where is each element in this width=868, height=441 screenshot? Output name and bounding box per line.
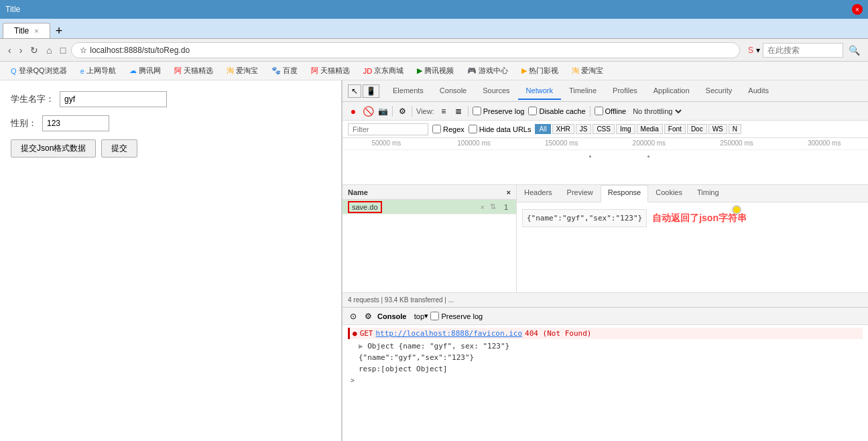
record-button[interactable]: ● xyxy=(348,106,359,117)
nav-icon: e xyxy=(80,67,84,75)
bookmark-item[interactable]: ▶ 热门影视 xyxy=(516,64,564,77)
bookmark-item[interactable]: 阿 天猫精选 xyxy=(169,64,219,77)
tab-headers[interactable]: Headers xyxy=(517,185,560,202)
filter-n-button[interactable]: N xyxy=(729,124,741,134)
bookmark-item[interactable]: 阿 天猫精选 xyxy=(306,64,355,77)
devtools-pointer-icon[interactable]: ↖ xyxy=(348,84,361,98)
timeline-mark-6: 300000 ms xyxy=(780,139,868,148)
bookmark-item[interactable]: JD 京东商城 xyxy=(358,64,409,77)
throttling-select[interactable]: No throttling xyxy=(630,107,684,116)
back-button[interactable]: ‹ xyxy=(5,44,14,57)
clear-button[interactable]: 🚫 xyxy=(363,106,373,117)
forward-button[interactable]: › xyxy=(17,44,25,57)
console-toolbar: ⊙ ⚙ Console top ▾ Preserve log xyxy=(343,308,868,325)
json-text: {"name":"gyf","sex":"123"} xyxy=(359,353,474,362)
bookmark-item[interactable]: Q 登录QQ浏览器 xyxy=(5,64,72,77)
submit-json-button[interactable]: 提交Json格式数据 xyxy=(11,139,96,158)
filter-ws-button[interactable]: WS xyxy=(708,124,727,134)
offline-label[interactable]: Offline xyxy=(595,107,627,115)
console-content: ● GET http://localhost:8888/favicon.ico … xyxy=(343,325,868,441)
sex-input[interactable] xyxy=(42,115,109,131)
filter-font-button[interactable]: Font xyxy=(664,124,686,134)
table-row[interactable]: save.do × ⇅ 1 xyxy=(343,200,516,214)
tab-application[interactable]: Application xyxy=(645,82,698,100)
filter-xhr-button[interactable]: XHR xyxy=(552,124,574,134)
tab-network[interactable]: Network xyxy=(518,82,561,100)
tab-response[interactable]: Response xyxy=(601,185,649,202)
timeline-mark-3: 150000 ms xyxy=(517,139,605,148)
bookmark-item[interactable]: 🐾 百度 xyxy=(266,64,303,77)
submit-button[interactable]: 提交 xyxy=(101,139,137,158)
offline-checkbox[interactable] xyxy=(595,107,603,115)
new-tab-button[interactable]: + xyxy=(50,24,68,38)
filter-input[interactable] xyxy=(348,123,428,135)
home-button[interactable]: ⌂ xyxy=(44,44,54,57)
tab-console[interactable]: Console xyxy=(432,82,475,100)
devtools-phone-icon[interactable]: 📱 xyxy=(363,84,379,98)
view-list-button[interactable]: ≡ xyxy=(438,106,449,117)
console-clear-button[interactable]: ⊙ xyxy=(348,311,359,322)
filter-css-button[interactable]: CSS xyxy=(593,124,615,134)
preserve-log-label[interactable]: Preserve log xyxy=(473,107,525,115)
tab-timeline[interactable]: Timeline xyxy=(561,82,605,100)
request-sort-icon[interactable]: ⇅ xyxy=(490,202,496,211)
bookmark-item[interactable]: 淘 爱淘宝 xyxy=(221,64,263,77)
disable-cache-checkbox[interactable] xyxy=(528,107,537,115)
expand-icon[interactable]: ▶ xyxy=(359,342,363,351)
preserve-log-checkbox[interactable] xyxy=(473,107,481,115)
filter-all-button[interactable]: All xyxy=(535,124,550,134)
camera-button[interactable]: 📷 xyxy=(377,106,388,117)
filter-js-button[interactable]: JS xyxy=(576,124,592,134)
console-prompt: > xyxy=(348,375,863,386)
screenshot-button[interactable]: □ xyxy=(58,44,68,57)
bookmark-item[interactable]: 🎮 游戏中心 xyxy=(462,64,513,77)
console-preserve-log-checkbox[interactable] xyxy=(430,312,439,320)
console-preserve-log-label[interactable]: Preserve log xyxy=(430,312,483,320)
filter-img-button[interactable]: Img xyxy=(616,124,635,134)
console-top-select[interactable]: top ▾ xyxy=(416,311,426,322)
name-input[interactable] xyxy=(60,91,167,107)
search-button[interactable]: 🔍 xyxy=(846,44,863,57)
regex-label[interactable]: Regex xyxy=(432,125,464,133)
tab-preview[interactable]: Preview xyxy=(560,185,601,202)
regex-checkbox[interactable] xyxy=(432,125,441,133)
title-bar: Title × xyxy=(0,0,868,19)
tab-audits[interactable]: Audits xyxy=(740,82,777,100)
view-label: View: xyxy=(416,107,434,115)
view-waterfall-button[interactable]: ≣ xyxy=(453,106,464,117)
filter-media-button[interactable]: Media xyxy=(637,124,663,134)
bookmark-item[interactable]: ☁ 腾讯网 xyxy=(124,64,166,77)
browser-tab[interactable]: Title × xyxy=(3,23,50,38)
tab-close-icon[interactable]: × xyxy=(34,27,38,35)
tab-sources[interactable]: Sources xyxy=(475,82,517,100)
disable-cache-label[interactable]: Disable cache xyxy=(528,107,585,115)
cursor-dot xyxy=(732,205,741,214)
taobao-icon: 淘 xyxy=(227,66,234,76)
timeline-ruler: 50000 ms 100000 ms 150000 ms 200000 ms 2… xyxy=(343,138,868,150)
close-button[interactable]: × xyxy=(852,4,863,15)
address-bar[interactable]: ☆ localhost:8888/stu/toReg.do xyxy=(71,42,740,58)
tab-cookies[interactable]: Cookies xyxy=(648,185,690,202)
hide-data-urls-label[interactable]: Hide data URLs xyxy=(469,125,532,133)
bookmark-item[interactable]: 淘 爱淘宝 xyxy=(566,64,609,77)
search-input[interactable] xyxy=(763,43,843,58)
console-filter-button[interactable]: ⚙ xyxy=(363,311,373,322)
reload-button[interactable]: ↻ xyxy=(27,44,41,57)
filter-button[interactable]: ⚙ xyxy=(397,106,408,117)
bookmark-item[interactable]: ▶ 腾讯视频 xyxy=(412,64,459,77)
sex-label: 性别： xyxy=(11,117,37,129)
request-close-btn[interactable]: × xyxy=(480,203,484,211)
devtools-toolbar: ● 🚫 📷 ⚙ View: ≡ ≣ Preserve log Disable c… xyxy=(343,102,868,121)
hide-data-urls-checkbox[interactable] xyxy=(469,125,477,133)
filter-doc-button[interactable]: Doc xyxy=(687,124,707,134)
tab-elements[interactable]: Elements xyxy=(385,82,432,100)
tab-security[interactable]: Security xyxy=(698,82,741,100)
devtools-panel: ↖ 📱 Elements Console Sources Network Tim… xyxy=(342,80,868,441)
tencent-icon: ☁ xyxy=(129,66,137,75)
tab-profiles[interactable]: Profiles xyxy=(605,82,645,100)
bookmark-item[interactable]: e 上网导航 xyxy=(75,64,121,77)
timeline-mark-4: 200000 ms xyxy=(605,139,693,148)
tab-timing[interactable]: Timing xyxy=(690,185,727,202)
main-area: 学生名字： 性别： 提交Json格式数据 提交 ↖ 📱 Elements Con… xyxy=(0,80,868,441)
error-link[interactable]: http://localhost:8888/favicon.ico xyxy=(376,329,523,338)
